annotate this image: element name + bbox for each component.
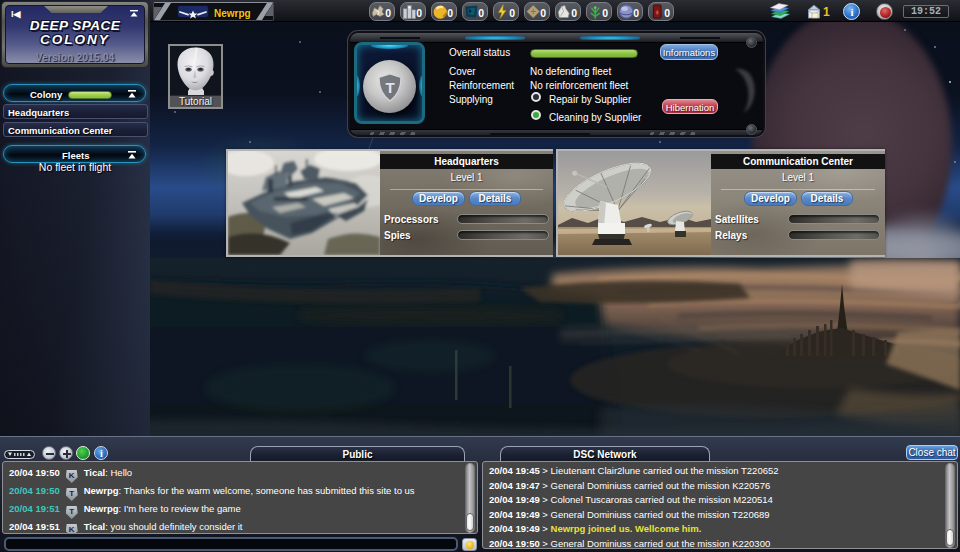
svg-text:1: 1	[823, 5, 830, 19]
svg-text:T: T	[385, 79, 394, 96]
